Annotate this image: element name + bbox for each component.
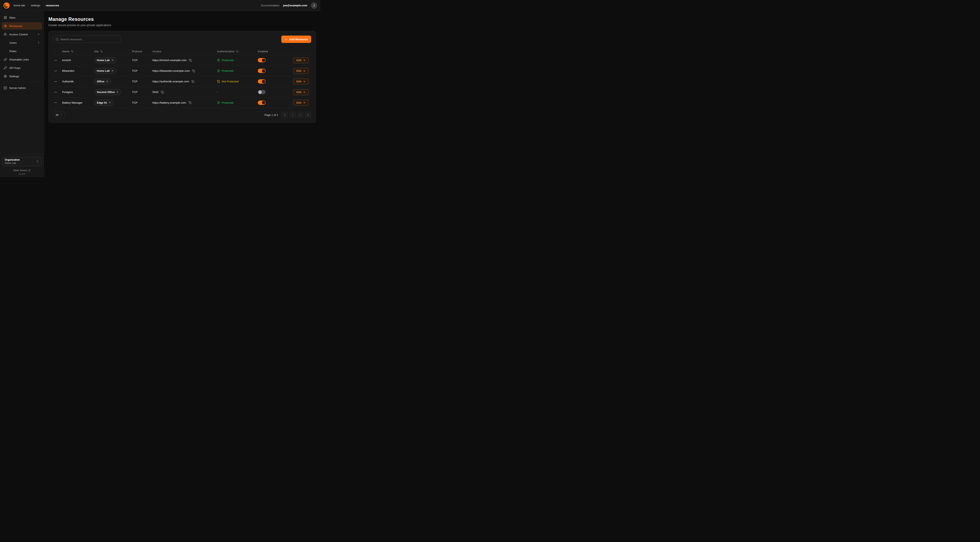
chevron-right-icon: [299, 113, 302, 116]
shield-check-icon: [217, 59, 220, 62]
edit-label: Edit: [296, 59, 301, 62]
search-input[interactable]: [60, 38, 118, 41]
last-page-button[interactable]: [305, 112, 311, 118]
row-menu-button[interactable]: [53, 100, 58, 105]
toggle-knob: [258, 91, 262, 94]
enabled-toggle[interactable]: [258, 90, 266, 94]
enabled-header: Enabled: [258, 50, 285, 53]
sidebar-item-settings[interactable]: Settings: [2, 73, 42, 80]
copy-icon[interactable]: [188, 100, 192, 105]
access-url: https://battery.example.com: [153, 101, 186, 104]
access-url: https://bitwarden.example.com: [153, 69, 190, 72]
breadcrumb-org[interactable]: home-lab: [13, 4, 25, 7]
toggle-knob: [262, 101, 265, 104]
site-link-button[interactable]: Home Lab: [94, 68, 116, 74]
sort-authentication-header[interactable]: Authentication: [217, 50, 258, 53]
auth-status-badge: Protected: [217, 59, 234, 62]
header-label: Enabled: [258, 50, 268, 53]
edit-button[interactable]: Edit: [293, 89, 309, 95]
sidebar-item-label: Access Control: [9, 33, 28, 36]
sidebar-item-access-control[interactable]: Access Control: [2, 31, 42, 38]
add-resource-button[interactable]: Add Resource: [281, 35, 311, 43]
sidebar-item-resources[interactable]: Resources: [2, 22, 42, 30]
next-page-button[interactable]: [297, 112, 303, 118]
sort-name-header[interactable]: Name: [62, 50, 94, 53]
waypoints-icon: [4, 24, 7, 27]
table-row: Authentik Office TCP https://authentik.e…: [53, 76, 311, 87]
user-email[interactable]: joe@example.com: [283, 4, 307, 7]
sidebar-item-roles[interactable]: Roles: [2, 48, 42, 55]
chevron-left-icon: [291, 113, 294, 116]
header-label: Protocol: [132, 50, 142, 53]
organization-selector[interactable]: Organization Home Lab: [2, 157, 42, 166]
site-link-button[interactable]: Edge 01: [94, 99, 114, 106]
arrow-right-icon: [303, 59, 305, 62]
copy-icon[interactable]: [188, 58, 192, 62]
page-indicator: Page 1 of 1: [264, 113, 278, 116]
site-name: Home Lab: [97, 59, 110, 62]
auth-status-text: Protected: [222, 101, 234, 104]
resource-name: Bitwarden: [62, 69, 94, 72]
edit-label: Edit: [296, 80, 301, 83]
edit-button[interactable]: Edit: [293, 68, 309, 74]
site-link-button[interactable]: Office: [94, 78, 111, 84]
resource-name: Battery Manager: [62, 101, 94, 104]
sort-site-header[interactable]: Site: [94, 50, 132, 53]
chevron-right-icon: [27, 4, 29, 7]
documentation-link[interactable]: Documentation: [261, 4, 280, 7]
resource-name: Authentik: [62, 80, 94, 83]
breadcrumb-settings[interactable]: settings: [31, 4, 40, 7]
chevrons-right-icon: [307, 113, 310, 116]
sidebar-item-label: Sites: [9, 16, 15, 19]
arrow-up-right-icon: [116, 91, 118, 93]
sidebar-item-api-keys[interactable]: API Keys: [2, 64, 42, 72]
page-size-select[interactable]: 20: [53, 112, 65, 118]
sort-icon: [236, 50, 239, 53]
enabled-toggle[interactable]: [258, 79, 266, 84]
page-size-value: 20: [56, 113, 59, 116]
open-source-label: Open Source: [13, 169, 27, 172]
arrow-right-icon: [303, 91, 305, 94]
edit-button[interactable]: Edit: [293, 57, 309, 63]
sidebar-footer: Organization Home Lab Open Source v1.3.0: [0, 154, 44, 177]
table-row: Battery Manager Edge 01 TCP https://batt…: [53, 97, 311, 108]
gear-icon: [4, 75, 7, 78]
copy-icon[interactable]: [191, 80, 195, 84]
enabled-toggle[interactable]: [258, 58, 266, 62]
sidebar-item-users[interactable]: Users: [2, 39, 42, 46]
avatar[interactable]: J: [311, 2, 317, 9]
site-name: Second Office: [97, 91, 115, 94]
prev-page-button[interactable]: [290, 112, 296, 118]
open-source-link[interactable]: Open Source: [2, 169, 42, 172]
sort-icon: [71, 50, 73, 53]
site-link-button[interactable]: Second Office: [94, 89, 121, 95]
chevron-right-icon: [37, 41, 40, 44]
organization-name: Home Lab: [5, 162, 20, 164]
row-menu-button[interactable]: [53, 90, 58, 95]
row-menu-button[interactable]: [53, 69, 58, 73]
row-menu-button[interactable]: [53, 58, 58, 63]
app-logo-icon[interactable]: [3, 2, 10, 9]
sidebar-item-server-admin[interactable]: Server Admin: [2, 84, 42, 92]
site-link-button[interactable]: Home Lab: [94, 57, 116, 63]
site-name: Home Lab: [97, 69, 110, 72]
edit-button[interactable]: Edit: [293, 78, 309, 84]
toggle-knob: [262, 80, 265, 83]
users-icon: [4, 33, 7, 36]
first-page-button[interactable]: [282, 112, 288, 118]
auth-status-text: -: [217, 91, 218, 94]
enabled-toggle[interactable]: [258, 69, 266, 73]
copy-icon[interactable]: [161, 90, 164, 94]
arrow-up-right-icon: [111, 70, 114, 72]
edit-button[interactable]: Edit: [293, 99, 309, 106]
row-menu-button[interactable]: [53, 79, 58, 84]
shield-check-icon: [217, 69, 220, 72]
copy-icon[interactable]: [192, 69, 196, 73]
table-row: Immich Home Lab TCP https://immich.examp…: [53, 55, 311, 65]
sidebar-item-sites[interactable]: Sites: [2, 14, 42, 21]
sidebar-item-shareable-links[interactable]: Shareable Links: [2, 56, 42, 63]
breadcrumb: home-lab settings resources: [13, 4, 59, 7]
enabled-toggle[interactable]: [258, 100, 266, 105]
topbar-right: Documentation joe@example.com J: [261, 2, 317, 9]
auth-status-text: Protected: [222, 59, 234, 62]
